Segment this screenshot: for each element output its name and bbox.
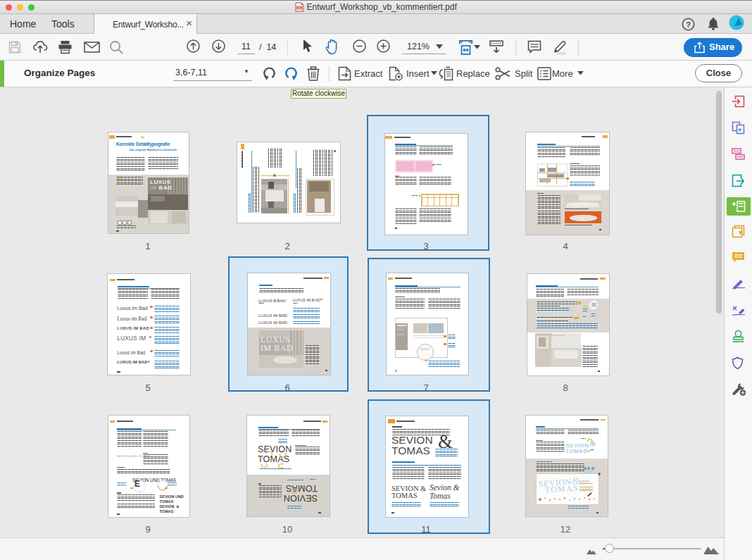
svg-text:?: ?	[686, 20, 691, 29]
